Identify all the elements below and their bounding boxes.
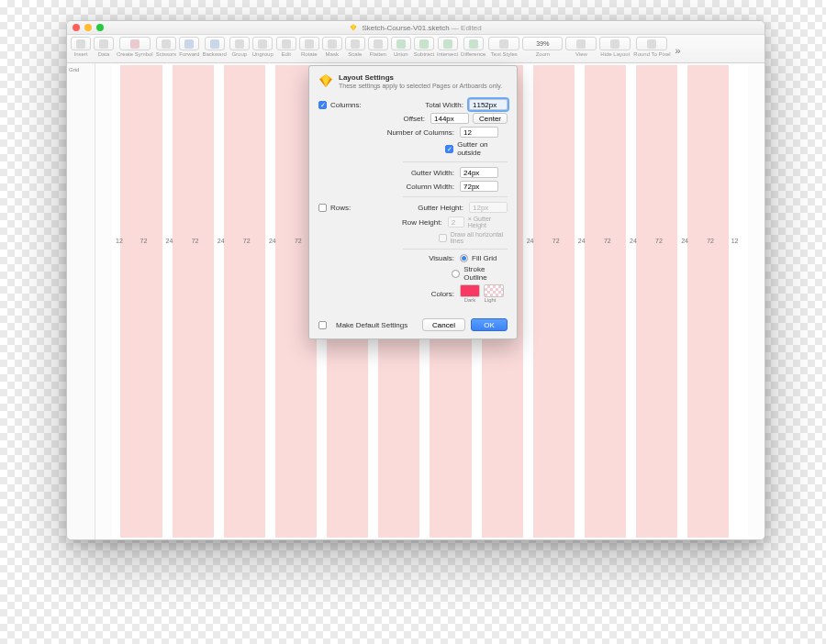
difference-icon <box>469 39 478 49</box>
toolbar-item-text-styles[interactable]: Text Styles <box>488 37 519 57</box>
toolbar-item-difference[interactable]: Difference <box>461 37 486 57</box>
insert-icon <box>76 39 85 49</box>
dialog-header: Layout Settings These settings apply to … <box>309 66 517 93</box>
toolbar-item-union[interactable]: Union <box>391 37 411 57</box>
light-color-swatch[interactable] <box>484 284 504 297</box>
toolbar-label: Forward <box>179 51 199 57</box>
toolbar-item-create-symbol[interactable]: Create Symbol <box>117 37 153 57</box>
toolbar-label: Create Symbol <box>117 51 153 57</box>
hide-layout-icon <box>610 39 620 49</box>
toolbar-label: Edit <box>282 51 291 57</box>
row-height-label: Row Height: <box>318 218 448 227</box>
stroke-outline-label: Stroke Outline <box>463 265 508 282</box>
toolbar-item-subtract[interactable]: Subtract <box>414 37 434 57</box>
num-columns-field[interactable] <box>460 127 498 138</box>
ungroup-icon <box>258 39 267 49</box>
data-icon <box>99 39 108 49</box>
center-button[interactable]: Center <box>473 113 508 124</box>
toolbar-item-view[interactable]: View <box>565 37 597 57</box>
toolbar-label: Ungroup <box>252 51 273 57</box>
toolbar-label: Insert <box>73 51 87 57</box>
left-panel[interactable]: Grid <box>67 63 95 539</box>
layer-item[interactable]: Grid <box>69 67 93 72</box>
subtract-icon <box>419 39 429 49</box>
make-default-label: Make Default Settings <box>336 321 407 329</box>
toolbar-label: Round To Pixel <box>633 51 670 57</box>
columns-label: Columns: <box>330 101 362 109</box>
divider <box>403 196 508 197</box>
toolbar-label: Mask <box>326 51 339 57</box>
grid-column <box>120 65 162 538</box>
toolbar-item-forward[interactable]: Forward <box>179 37 199 57</box>
grid-gutter <box>265 65 275 538</box>
toolbar-item-rotate[interactable]: Rotate <box>299 37 319 57</box>
toolbar-item-zoom[interactable]: 39%Zoom <box>522 37 563 57</box>
rows-checkbox[interactable] <box>318 204 327 212</box>
cancel-button[interactable]: Cancel <box>422 318 465 331</box>
ok-button[interactable]: OK <box>471 318 508 331</box>
toolbar-item-edit[interactable]: Edit <box>276 37 296 57</box>
divider <box>403 161 508 162</box>
fill-grid-label: Fill Grid <box>472 254 497 262</box>
zoom-value[interactable]: 39% <box>522 37 563 50</box>
toolbar-item-ungroup[interactable]: Ungroup <box>252 37 273 57</box>
toolbar-item-hide-layout[interactable]: Hide Layout <box>599 37 631 57</box>
toolbar-item-scissors[interactable]: Scissors <box>156 37 177 57</box>
grid-gutter <box>523 65 533 538</box>
toolbar-item-group[interactable]: Group <box>229 37 250 57</box>
filename-text: Sketch-Course-V01.sketch <box>362 24 449 32</box>
grid-gutter <box>729 65 733 538</box>
toolbar-item-intersect[interactable]: Intersect <box>437 37 458 57</box>
grid-gutter <box>214 65 224 538</box>
offset-field[interactable] <box>430 113 469 124</box>
toolbar-item-mask[interactable]: Mask <box>322 37 342 57</box>
make-default-checkbox[interactable] <box>318 321 327 329</box>
grid-column <box>636 65 677 538</box>
row-height-suffix: × Gutter Height <box>468 216 508 228</box>
edit-icon <box>282 39 291 49</box>
forward-icon <box>184 39 194 49</box>
fill-grid-radio[interactable] <box>460 254 468 262</box>
total-width-field[interactable] <box>469 99 508 110</box>
toolbar-label: Subtract <box>414 51 434 57</box>
dialog-footer: Make Default Settings Cancel OK <box>309 313 517 339</box>
grid-column <box>173 65 214 538</box>
toolbar-overflow-icon[interactable]: » <box>674 43 683 56</box>
draw-all-lines-checkbox <box>439 234 447 242</box>
toolbar-label: Union <box>394 51 408 57</box>
edited-status: — Edited <box>452 24 482 32</box>
dialog-header-text: Layout Settings These settings apply to … <box>339 73 502 89</box>
text-styles-icon <box>499 39 508 49</box>
toolbar-item-round-to-pixel[interactable]: Round To Pixel <box>633 37 670 57</box>
toolbar-label: Intersect <box>437 51 458 57</box>
gutter-width-field[interactable] <box>460 167 498 178</box>
create-symbol-icon <box>130 39 140 49</box>
toolbar-item-flatten[interactable]: Flatten <box>368 37 388 57</box>
grid-gutter <box>677 65 687 538</box>
grid-column <box>585 65 626 538</box>
gutter-height-field <box>469 202 508 213</box>
toolbar-label: Difference <box>461 51 486 57</box>
toolbar-label: Backward <box>202 51 226 57</box>
divider <box>403 249 508 250</box>
column-width-label: Column Width: <box>318 183 460 191</box>
backward-icon <box>210 39 219 49</box>
scissors-icon <box>162 39 171 49</box>
offset-label: Offset: <box>318 115 430 123</box>
toolbar-item-backward[interactable]: Backward <box>202 37 226 57</box>
toolbar-item-scale[interactable]: Scale <box>345 37 365 57</box>
toolbar-label: Flatten <box>370 51 386 57</box>
window-title: Sketch-Course-V01.sketch — Edited <box>67 23 765 32</box>
column-width-field[interactable] <box>460 181 498 192</box>
total-width-label: Total Width: <box>397 101 469 109</box>
toolbar-item-data[interactable]: Data <box>94 37 114 57</box>
stroke-outline-radio[interactable] <box>452 270 460 278</box>
dark-color-swatch[interactable] <box>460 284 480 297</box>
rotate-icon <box>305 39 314 49</box>
columns-checkbox[interactable] <box>318 101 327 109</box>
toolbar-item-insert[interactable]: Insert <box>71 37 91 57</box>
toolbar-label: Scale <box>348 51 362 57</box>
gutter-outside-checkbox[interactable] <box>445 145 453 153</box>
union-icon <box>396 39 406 49</box>
dialog-title: Layout Settings <box>339 73 502 82</box>
